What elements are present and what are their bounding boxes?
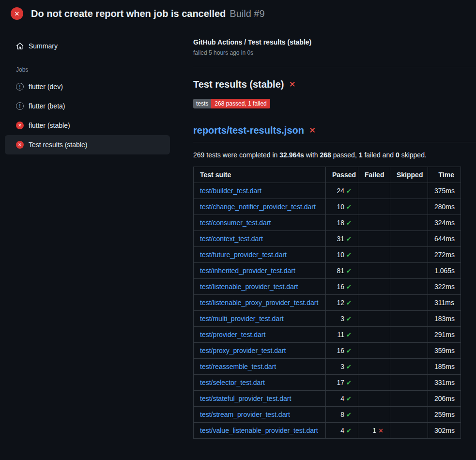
- sidebar: Summary Jobs ! flutter (dev) ! flutter (…: [0, 27, 182, 154]
- failed-cell: [358, 215, 390, 231]
- time-cell: 291ms: [428, 327, 461, 343]
- cross-icon: ✕: [378, 427, 384, 434]
- neutral-status-icon: !: [16, 83, 24, 91]
- summary-text: skipped.: [399, 151, 427, 159]
- skipped-cell: [390, 247, 428, 263]
- check-icon: ✔: [346, 283, 352, 291]
- suite-cell: test/provider_test.dart: [194, 327, 326, 343]
- table-row: test/context_test.dart31✔644ms: [194, 231, 461, 247]
- time-cell: 311ms: [428, 295, 461, 311]
- failed-cell: [358, 311, 390, 327]
- build-number: Build #9: [230, 8, 264, 19]
- badge-value: 268 passed, 1 failed: [211, 99, 270, 108]
- count: 16: [337, 283, 345, 291]
- test-suite-link[interactable]: test/future_provider_test.dart: [200, 251, 287, 259]
- breadcrumb: GitHub Actions / Test results (stable): [193, 38, 476, 46]
- sidebar-item-flutter-beta[interactable]: ! flutter (beta): [5, 96, 170, 116]
- count: 18: [337, 219, 345, 227]
- passed-cell: 16✔: [326, 279, 358, 295]
- report-link[interactable]: reports/test-results.json: [193, 125, 304, 136]
- table-row: test/inherited_provider_test.dart81✔1.06…: [194, 263, 461, 279]
- test-suite-link[interactable]: test/multi_provider_test.dart: [200, 315, 284, 322]
- failed-cell: [358, 247, 390, 263]
- check-icon: ✔: [346, 219, 352, 227]
- check-icon: ✔: [346, 235, 352, 243]
- table-row: test/listenable_proxy_provider_test.dart…: [194, 295, 461, 311]
- failed-cell: [358, 231, 390, 247]
- failed-cell: [358, 343, 390, 359]
- suite-cell: test/future_provider_test.dart: [194, 247, 326, 263]
- check-icon: ✔: [346, 299, 352, 307]
- test-suite-link[interactable]: test/proxy_provider_test.dart: [200, 347, 286, 354]
- check-icon: ✔: [346, 363, 352, 370]
- check-icon: ✔: [346, 347, 352, 354]
- check-icon: ✔: [346, 267, 352, 275]
- sidebar-item-test-results-stable[interactable]: ✕ Test results (stable): [5, 135, 170, 154]
- test-summary: 269 tests were completed in 32.964s with…: [193, 151, 476, 159]
- test-suite-link[interactable]: test/selector_test.dart: [200, 379, 265, 386]
- test-suite-link[interactable]: test/change_notifier_provider_test.dart: [200, 203, 316, 211]
- time-cell: 302ms: [428, 423, 461, 439]
- sidebar-item-flutter-dev[interactable]: ! flutter (dev): [5, 77, 170, 96]
- count: 12: [337, 299, 345, 307]
- time-cell: 644ms: [428, 231, 461, 247]
- check-icon: ✔: [346, 411, 352, 418]
- suite-cell: test/change_notifier_provider_test.dart: [194, 199, 326, 215]
- failed-x-icon: ✕: [289, 80, 295, 89]
- skipped-cell: [390, 215, 428, 231]
- home-icon: [16, 42, 24, 50]
- sidebar-item-label: Summary: [29, 42, 58, 50]
- time-cell: 359ms: [428, 343, 461, 359]
- test-suite-link[interactable]: test/value_listenable_provider_test.dart: [200, 427, 318, 434]
- test-suite-link[interactable]: test/stream_provider_test.dart: [200, 411, 290, 418]
- time-cell: 272ms: [428, 247, 461, 263]
- table-row: test/listenable_provider_test.dart16✔322…: [194, 279, 461, 295]
- skipped-cell: [390, 263, 428, 279]
- sidebar-item-summary[interactable]: Summary: [5, 36, 170, 56]
- failed-cell: 1✕: [358, 423, 390, 439]
- test-suite-link[interactable]: test/provider_test.dart: [200, 331, 265, 338]
- table-row: test/reassemble_test.dart3✔185ms: [194, 359, 461, 375]
- table-row: test/future_provider_test.dart10✔272ms: [194, 247, 461, 263]
- time-cell: 259ms: [428, 407, 461, 423]
- skipped-cell: [390, 199, 428, 215]
- column-header-skipped: Skipped: [390, 167, 428, 183]
- sidebar-item-label: flutter (dev): [29, 83, 63, 91]
- suite-cell: test/value_listenable_provider_test.dart: [194, 423, 326, 439]
- divider: [193, 67, 476, 67]
- failed-status-icon: ✕: [16, 122, 24, 129]
- table-header-row: Test suite Passed Failed Skipped Time: [194, 167, 461, 183]
- check-icon: ✔: [346, 331, 352, 338]
- suite-cell: test/reassemble_test.dart: [194, 359, 326, 375]
- page-layout: Summary Jobs ! flutter (dev) ! flutter (…: [0, 27, 476, 439]
- count: 10: [337, 251, 345, 259]
- test-suite-link[interactable]: test/builder_test.dart: [200, 187, 261, 195]
- test-suite-link[interactable]: test/inherited_provider_test.dart: [200, 267, 295, 275]
- skipped-cell: [390, 407, 428, 423]
- x-glyph: ✕: [18, 142, 22, 147]
- suite-cell: test/listenable_proxy_provider_test.dart: [194, 295, 326, 311]
- passed-cell: 16✔: [326, 343, 358, 359]
- time-cell: 206ms: [428, 391, 461, 407]
- table-row: test/multi_provider_test.dart3✔183ms: [194, 311, 461, 327]
- test-suite-link[interactable]: test/listenable_proxy_provider_test.dart: [200, 299, 318, 307]
- table-row: test/stateful_provider_test.dart4✔206ms: [194, 391, 461, 407]
- test-suite-link[interactable]: test/reassemble_test.dart: [200, 363, 276, 370]
- test-suite-link[interactable]: test/context_test.dart: [200, 235, 263, 243]
- build-title: Do not create report when job is cancell…: [31, 8, 226, 19]
- sidebar-item-flutter-stable[interactable]: ✕ flutter (stable): [5, 116, 170, 135]
- time-cell: 280ms: [428, 199, 461, 215]
- table-row: test/builder_test.dart24✔375ms: [194, 183, 461, 199]
- check-icon: ✔: [346, 251, 352, 259]
- page-title: Do not create report when job is cancell…: [31, 8, 265, 19]
- test-suite-link[interactable]: test/consumer_test.dart: [200, 219, 271, 227]
- summary-duration: 32.964s: [279, 151, 304, 159]
- test-suite-link[interactable]: test/listenable_provider_test.dart: [200, 283, 298, 291]
- count: 10: [337, 203, 345, 211]
- suite-cell: test/stateful_provider_test.dart: [194, 391, 326, 407]
- test-suite-link[interactable]: test/stateful_provider_test.dart: [200, 395, 291, 402]
- passed-cell: 3✔: [326, 311, 358, 327]
- run-meta: failed 5 hours ago in 0s: [193, 49, 476, 56]
- column-header-test-suite: Test suite: [194, 167, 326, 183]
- failed-cell: [358, 199, 390, 215]
